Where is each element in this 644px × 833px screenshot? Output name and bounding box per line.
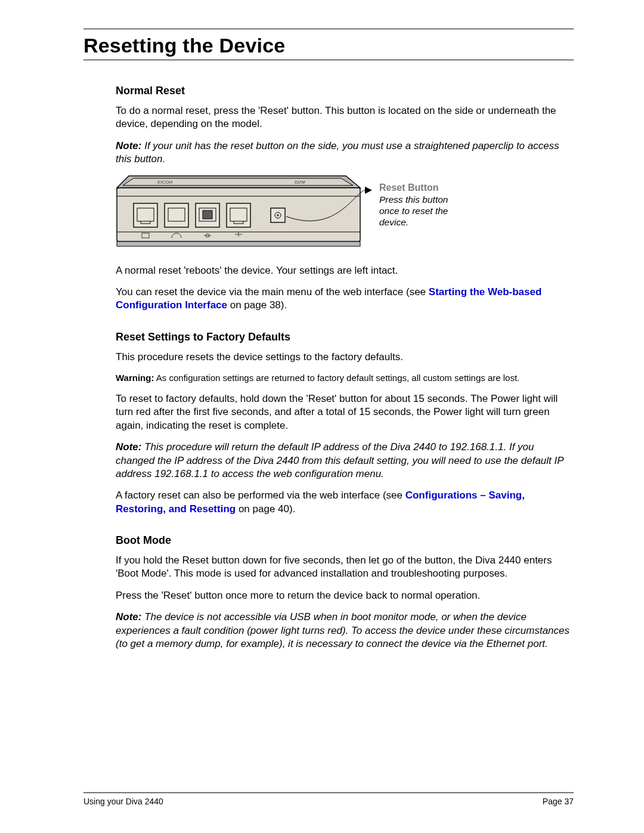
- callout-title: Reset Button: [379, 182, 463, 194]
- note-label: Note:: [116, 140, 141, 151]
- page-footer: Using your Diva 2440 Page 37: [83, 792, 574, 806]
- heading-factory-reset: Reset Settings to Factory Defaults: [116, 330, 574, 345]
- footer-page-number: Page 37: [543, 797, 574, 806]
- svg-rect-15: [203, 210, 212, 219]
- page-container: Resetting the Device Normal Reset To do …: [0, 0, 644, 833]
- reset-button-callout: Reset Button Press this button once to r…: [379, 182, 463, 228]
- footer-left-text: Using your Diva 2440: [83, 797, 163, 806]
- callout-body: Press this button once to reset the devi…: [379, 194, 463, 228]
- note-paragraph: Note: The device is not accessible via U…: [116, 611, 574, 651]
- note-body: The device is not accessible via USB whe…: [116, 611, 569, 649]
- paragraph: A factory reset can also be performed vi…: [116, 489, 574, 516]
- paragraph: To do a normal reset, press the 'Reset' …: [116, 104, 574, 131]
- paragraph: A normal reset 'reboots' the device. You…: [116, 264, 574, 277]
- warning-paragraph: Warning: As configuration settings are r…: [116, 372, 574, 384]
- text-run: on page 40).: [236, 503, 295, 515]
- text-run: A factory reset can also be performed vi…: [116, 490, 405, 501]
- warning-label: Warning:: [116, 373, 154, 383]
- svg-marker-25: [365, 187, 372, 194]
- note-body: This procedure will return the default I…: [116, 441, 564, 479]
- note-label: Note:: [116, 611, 141, 623]
- note-paragraph: Note: If your unit has the reset button …: [116, 140, 574, 166]
- paragraph: If you hold the Reset button down for fi…: [116, 554, 574, 581]
- svg-point-24: [277, 214, 279, 216]
- note-body: If your unit has the reset button on the…: [116, 140, 559, 165]
- paragraph: This procedure resets the device setting…: [116, 351, 574, 364]
- top-rule: [83, 29, 574, 29]
- note-label: Note:: [116, 441, 141, 453]
- svg-text:EICON: EICON: [157, 179, 173, 185]
- svg-rect-7: [117, 241, 360, 246]
- text-run: You can reset the device via the main me…: [116, 286, 429, 298]
- page-content: Normal Reset To do a normal reset, press…: [116, 84, 574, 651]
- warning-body: As configuration settings are returned t…: [154, 373, 519, 383]
- note-paragraph: Note: This procedure will return the def…: [116, 441, 574, 481]
- device-figure: EICON DIVA: [116, 175, 574, 252]
- footer-rule: [83, 792, 574, 793]
- heading-normal-reset: Normal Reset: [116, 84, 574, 98]
- page-title: Resetting the Device: [83, 34, 574, 57]
- title-underline-rule: [83, 60, 574, 60]
- text-run: on page 38).: [227, 299, 287, 311]
- svg-text:DIVA: DIVA: [295, 179, 306, 185]
- paragraph: Press the 'Reset' button once more to re…: [116, 589, 574, 602]
- paragraph: You can reset the device via the main me…: [116, 286, 574, 312]
- heading-boot-mode: Boot Mode: [116, 534, 574, 548]
- paragraph: To reset to factory defaults, hold down …: [116, 392, 574, 432]
- device-illustration: EICON DIVA: [116, 175, 372, 252]
